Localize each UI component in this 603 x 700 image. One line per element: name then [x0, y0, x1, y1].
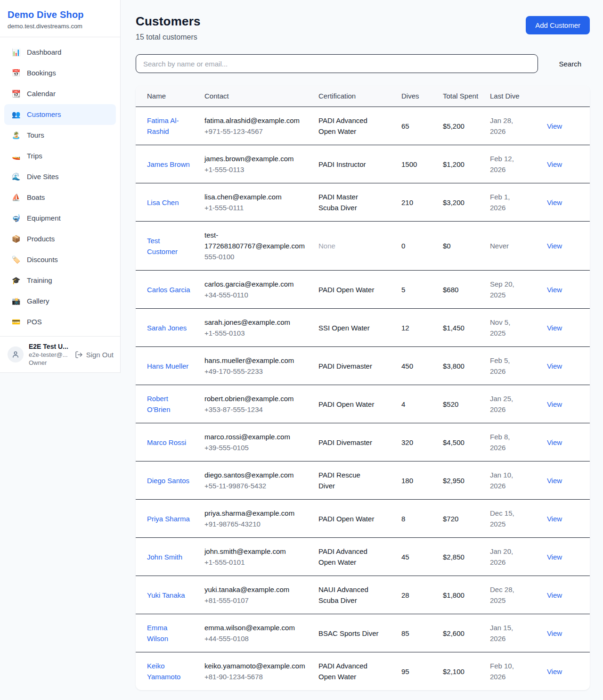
view-link[interactable]: View [547, 400, 562, 408]
view-link[interactable]: View [547, 362, 562, 370]
sidebar: Demo Dive Shop demo.test.divestreams.com… [0, 0, 121, 373]
customer-name-link[interactable]: Diego Santos [147, 477, 189, 485]
search-button[interactable]: Search [550, 56, 590, 72]
customer-last-dive: Feb 8, 2026 [490, 433, 510, 452]
customer-certification: PADI Master Scuba Diver [318, 193, 358, 212]
table-row: James Brown james.brown@example.com +1-5… [136, 145, 590, 183]
customer-last-dive: Feb 12, 2026 [490, 155, 514, 173]
sidebar-item-pos[interactable]: 💳 POS [4, 312, 116, 332]
sidebar-item-discounts[interactable]: 🏷️ Discounts [4, 249, 116, 270]
customer-name-link[interactable]: Carlos Garcia [147, 286, 190, 294]
view-link[interactable]: View [547, 438, 562, 446]
view-link[interactable]: View [547, 122, 562, 130]
customer-total-spent: $2,600 [443, 629, 464, 637]
customer-name-link[interactable]: Emma Wilson [147, 624, 168, 642]
customer-certification: PADI Advanced Open Water [318, 116, 367, 135]
view-link[interactable]: View [547, 324, 562, 332]
view-link[interactable]: View [547, 667, 562, 675]
search-input[interactable] [136, 54, 538, 73]
page-subtitle: 15 total customers [136, 33, 201, 41]
customer-name-link[interactable]: Sarah Jones [147, 324, 187, 332]
customer-total-spent: $1,800 [443, 591, 464, 599]
customer-name-link[interactable]: Robert O'Brien [147, 395, 171, 413]
customer-certification: NAUI Advanced Scuba Diver [318, 585, 368, 604]
sidebar-item-customers[interactable]: 👥 Customers [4, 104, 116, 125]
customer-last-dive: Jan 25, 2026 [490, 395, 513, 413]
customer-name-link[interactable]: John Smith [147, 553, 182, 561]
view-link[interactable]: View [547, 160, 562, 168]
sidebar-item-training[interactable]: 🎓 Training [4, 270, 116, 291]
customer-name-link[interactable]: Hans Mueller [147, 362, 188, 370]
customer-last-dive: Dec 15, 2025 [490, 509, 514, 528]
sidebar-item-label: Dive Sites [27, 172, 59, 182]
sidebar-item-label: Customers [27, 109, 61, 120]
add-customer-button[interactable]: Add Customer [526, 16, 590, 34]
search-row: Search [136, 54, 590, 73]
sign-out-button[interactable]: Sign Out [75, 351, 114, 359]
customer-dives: 28 [401, 591, 409, 599]
customer-certification: PADI Instructor [318, 160, 366, 168]
sidebar-item-label: Calendar [27, 89, 56, 99]
column-header-dives: Dives [401, 85, 443, 107]
customer-certification: PADI Divemaster [318, 362, 372, 370]
customer-email: priya.sharma@example.com [204, 508, 312, 519]
sidebar-item-tours[interactable]: 🏝️ Tours [4, 125, 116, 146]
customer-name-link[interactable]: Priya Sharma [147, 515, 190, 523]
view-link[interactable]: View [547, 242, 562, 250]
page-title-block: Customers 15 total customers [136, 14, 201, 41]
sidebar-item-dive-sites[interactable]: 🌊 Dive Sites [4, 166, 116, 187]
sidebar-item-dashboard[interactable]: 📊 Dashboard [4, 42, 116, 63]
view-link[interactable]: View [547, 198, 562, 206]
customers-icon: 👥 [11, 109, 21, 120]
training-icon: 🎓 [11, 275, 21, 286]
user-email: e2e-tester@... [29, 351, 70, 358]
customer-phone: +91-98765-43210 [204, 519, 312, 529]
customer-email: yuki.tanaka@example.com [204, 584, 312, 595]
customer-last-dive: Sep 20, 2025 [490, 280, 514, 299]
sidebar-item-boats[interactable]: ⛵ Boats [4, 187, 116, 208]
column-header-name: Name [136, 85, 204, 107]
user-icon [11, 350, 20, 359]
customer-last-dive: Never [490, 242, 509, 250]
view-link[interactable]: View [547, 477, 562, 485]
view-link[interactable]: View [547, 286, 562, 294]
customer-name-link[interactable]: Test Customer [147, 237, 178, 255]
sidebar-item-gallery[interactable]: 📸 Gallery [4, 291, 116, 312]
view-link[interactable]: View [547, 591, 562, 599]
customer-phone: 555-0100 [204, 251, 312, 262]
sidebar-item-calendar[interactable]: 📆 Calendar [4, 83, 116, 104]
column-header-last-dive: Last Dive [490, 85, 528, 107]
view-link[interactable]: View [547, 515, 562, 523]
customer-phone: +1-555-0101 [204, 557, 312, 568]
customer-name-link[interactable]: James Brown [147, 160, 190, 168]
customer-phone: +34-555-0110 [204, 289, 312, 300]
customer-certification: PADI Advanced Open Water [318, 547, 367, 566]
discounts-icon: 🏷️ [11, 255, 21, 265]
sidebar-item-equipment[interactable]: 🤿 Equipment [4, 208, 116, 229]
customer-name-link[interactable]: Keiko Yamamoto [147, 662, 180, 681]
trips-icon: 🚤 [11, 151, 21, 161]
customer-last-dive: Dec 28, 2025 [490, 585, 514, 604]
view-link[interactable]: View [547, 629, 562, 637]
customer-name-link[interactable]: Yuki Tanaka [147, 591, 185, 599]
customer-email: fatima.alrashid@example.com [204, 115, 312, 126]
customer-name-link[interactable]: Lisa Chen [147, 198, 179, 206]
customer-name-link[interactable]: Fatima Al-Rashid [147, 116, 179, 135]
customer-dives: 0 [401, 242, 405, 250]
sidebar-item-products[interactable]: 📦 Products [4, 229, 116, 249]
customer-email: diego.santos@example.com [204, 469, 312, 480]
view-link[interactable]: View [547, 553, 562, 561]
table-row: Emma Wilson emma.wilson@example.com +44-… [136, 614, 590, 652]
sidebar-item-bookings[interactable]: 📅 Bookings [4, 63, 116, 83]
customer-name-link[interactable]: Marco Rossi [147, 438, 186, 446]
customer-total-spent: $0 [443, 242, 451, 250]
sign-out-label: Sign Out [86, 351, 114, 359]
customer-email: test-1772681807767@example.com [204, 230, 312, 251]
customer-total-spent: $5,200 [443, 122, 464, 130]
customer-phone: +39-555-0105 [204, 442, 312, 453]
customer-email: robert.obrien@example.com [204, 393, 312, 404]
table-row: Lisa Chen lisa.chen@example.com +1-555-0… [136, 183, 590, 222]
sidebar-item-trips[interactable]: 🚤 Trips [4, 146, 116, 166]
table-row: Hans Mueller hans.mueller@example.com +4… [136, 347, 590, 385]
dive-sites-icon: 🌊 [11, 172, 21, 182]
